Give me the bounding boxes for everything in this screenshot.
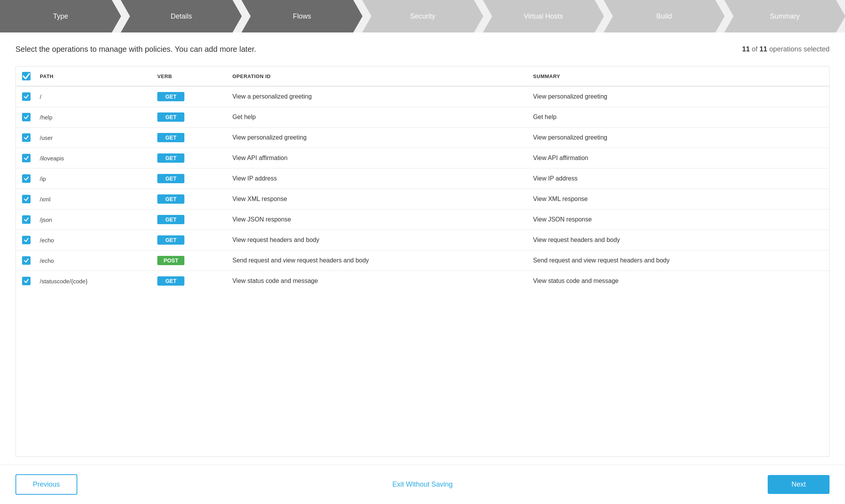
header-checkbox-cell [16, 66, 35, 86]
row-5-verb: GET [153, 169, 228, 189]
wizard-step-details[interactable]: Details [121, 0, 242, 32]
row-3-operation-id: View personalized greeting [228, 128, 528, 148]
row-8-path: /echo [35, 230, 153, 250]
table-row: /statuscode/{code}GETView status code an… [16, 271, 829, 291]
row-1-operation-id: View a personalized greeting [228, 86, 528, 107]
row-9-verb-badge: POST [157, 256, 184, 265]
row-7-summary: View JSON response [528, 209, 829, 230]
wizard-step-build[interactable]: Build [603, 0, 724, 32]
row-5-summary: View IP address [528, 169, 829, 189]
count-of: of [752, 45, 760, 53]
row-3-verb-badge: GET [157, 133, 184, 142]
row-2-checkbox[interactable] [22, 113, 31, 121]
table-body: /GETView a personalized greetingView per… [16, 86, 829, 291]
row-2-verb-badge: GET [157, 112, 184, 122]
row-2-operation-id: Get help [228, 107, 528, 128]
row-6-summary: View XML response [528, 189, 829, 209]
operations-table: PATH VERB OPERATION ID SUMMARY /GETView … [16, 66, 829, 291]
row-9-verb: POST [153, 250, 228, 271]
row-9-path: /echo [35, 250, 153, 271]
row-2-path: /help [35, 107, 153, 128]
row-7-checkbox[interactable] [22, 215, 31, 224]
table-row: /GETView a personalized greetingView per… [16, 86, 829, 107]
row-8-verb: GET [153, 230, 228, 250]
row-10-operation-id: View status code and message [228, 271, 528, 291]
row-checkbox-cell [16, 169, 35, 189]
row-6-checkbox[interactable] [22, 195, 31, 203]
row-6-operation-id: View XML response [228, 189, 528, 209]
row-4-checkbox[interactable] [22, 154, 31, 162]
exit-without-saving-button[interactable]: Exit Without Saving [392, 480, 453, 489]
header-path: PATH [35, 66, 153, 86]
header-verb: VERB [153, 66, 228, 86]
row-1-summary: View personalized greeting [528, 86, 829, 107]
row-3-path: /user [35, 128, 153, 148]
row-10-summary: View status code and message [528, 271, 829, 291]
wizard-step-security[interactable]: Security [362, 0, 483, 32]
row-6-path: /xml [35, 189, 153, 209]
row-2-verb: GET [153, 107, 228, 128]
row-checkbox-cell [16, 230, 35, 250]
table-row: /helpGETGet helpGet help [16, 107, 829, 128]
header-summary: SUMMARY [528, 66, 829, 86]
wizard-steps: TypeDetailsFlowsSecurityVirtual HostsBui… [0, 0, 845, 32]
footer: Previous Exit Without Saving Next [0, 465, 845, 504]
table-row: /jsonGETView JSON responseView JSON resp… [16, 209, 829, 230]
table-row: /echoGETView request headers and bodyVie… [16, 230, 829, 250]
row-5-operation-id: View IP address [228, 169, 528, 189]
table-row: /xmlGETView XML responseView XML respons… [16, 189, 829, 209]
table-row: /userGETView personalized greetingView p… [16, 128, 829, 148]
wizard-step-flows[interactable]: Flows [242, 0, 363, 32]
row-7-operation-id: View JSON response [228, 209, 528, 230]
table-row: /ipGETView IP addressView IP address [16, 169, 829, 189]
row-checkbox-cell [16, 128, 35, 148]
wizard-step-type[interactable]: Type [0, 0, 121, 32]
select-all-checkbox[interactable] [22, 72, 31, 80]
row-4-verb: GET [153, 148, 228, 169]
row-6-verb-badge: GET [157, 194, 184, 204]
row-10-checkbox[interactable] [22, 277, 31, 285]
row-9-checkbox[interactable] [22, 256, 31, 265]
row-checkbox-cell [16, 107, 35, 128]
count-suffix: operations selected [769, 45, 830, 53]
row-9-operation-id: Send request and view request headers an… [228, 250, 528, 271]
row-5-verb-badge: GET [157, 174, 184, 183]
row-7-verb: GET [153, 209, 228, 230]
row-10-verb: GET [153, 271, 228, 291]
row-checkbox-cell [16, 86, 35, 107]
row-3-summary: View personalized greeting [528, 128, 829, 148]
row-1-path: / [35, 86, 153, 107]
row-6-verb: GET [153, 189, 228, 209]
page-description: Select the operations to manage with pol… [15, 45, 256, 54]
wizard-step-summary[interactable]: Summary [724, 0, 845, 32]
row-4-path: /iloveapis [35, 148, 153, 169]
row-9-summary: Send request and view request headers an… [528, 250, 829, 271]
wizard-step-virtual-hosts[interactable]: Virtual Hosts [483, 0, 604, 32]
count-selected: 11 [742, 45, 750, 53]
row-2-summary: Get help [528, 107, 829, 128]
row-8-checkbox[interactable] [22, 236, 31, 244]
row-checkbox-cell [16, 250, 35, 271]
row-10-path: /statuscode/{code} [35, 271, 153, 291]
row-checkbox-cell [16, 148, 35, 169]
table-header-row: PATH VERB OPERATION ID SUMMARY [16, 66, 829, 86]
row-checkbox-cell [16, 209, 35, 230]
operations-count: 11 of 11 operations selected [742, 45, 830, 53]
row-10-verb-badge: GET [157, 276, 184, 286]
previous-button[interactable]: Previous [15, 474, 77, 495]
row-checkbox-cell [16, 189, 35, 209]
row-8-verb-badge: GET [157, 235, 184, 245]
row-8-summary: View request headers and body [528, 230, 829, 250]
next-button[interactable]: Next [768, 475, 830, 494]
row-3-checkbox[interactable] [22, 133, 31, 142]
row-7-verb-badge: GET [157, 215, 184, 224]
table-row: /echoPOSTSend request and view request h… [16, 250, 829, 271]
row-4-operation-id: View API affirmation [228, 148, 528, 169]
row-1-checkbox[interactable] [22, 92, 31, 101]
row-1-verb: GET [153, 86, 228, 107]
count-total: 11 [760, 45, 767, 53]
row-3-verb: GET [153, 128, 228, 148]
row-5-path: /ip [35, 169, 153, 189]
table-row: /iloveapisGETView API affirmationView AP… [16, 148, 829, 169]
row-5-checkbox[interactable] [22, 174, 31, 183]
